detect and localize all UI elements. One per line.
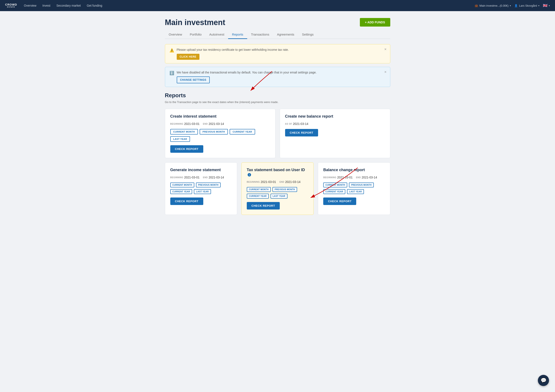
brand-estate: estate [7,6,15,8]
account-icon: 💼 [475,4,478,7]
tax-current-year-btn[interactable]: CURRENT YEAR [247,194,269,199]
warning-icon: ⚠️ [169,48,174,53]
balchange-check-report-btn[interactable]: CHECK REPORT [323,197,356,205]
nav-secondary-market[interactable]: Secondary market [56,4,81,7]
balchange-last-year-btn[interactable]: LAST YEAR [347,189,364,194]
tax-current-month-btn[interactable]: CURRENT MONTH [247,187,271,192]
email-alert-text: We have disabled all the transactional e… [177,71,317,74]
page-header: Main investment + ADD FUNDS [165,18,390,27]
interest-current-year-btn[interactable]: CURRENT YEAR [230,129,255,135]
tab-reports[interactable]: Reports [228,30,247,39]
main-content: Main investment + ADD FUNDS Overview Por… [160,11,395,222]
tab-settings[interactable]: Settings [298,30,317,39]
email-alert: ℹ️ We have disabled all the transactiona… [165,67,390,87]
balchange-beginning-value: 2021-03-01 [337,176,353,179]
tax-alert: ⚠️ Please upload your tax residency cert… [165,44,390,63]
income-end-label: END [203,176,208,179]
user-name: Lars Skovgård [519,4,537,7]
tab-transactions[interactable]: Transactions [247,30,273,39]
user-chevron: ▾ [538,5,539,7]
tax-previous-month-btn[interactable]: PREVIOUS MONTH [272,187,297,192]
balance-date-fields: AS OF 2021-03-14 [285,122,385,125]
page-title: Main investment [165,18,225,27]
balance-change-title: Balance change report [323,168,385,172]
tax-btn-container: CHECK REPORT [247,202,308,210]
change-settings-button[interactable]: CHANGE SETTINGS [177,76,210,83]
income-btn-container: CHECK REPORT [170,197,232,205]
tax-end-value: 2021-03-14 [285,180,300,184]
as-of-label: AS OF [285,123,292,125]
language-selector[interactable]: 🇬🇧 ▾ [543,3,550,8]
income-end-value: 2021-03-14 [209,176,224,179]
end-label: END [203,123,208,125]
tax-info-icon[interactable]: i [248,173,251,176]
tab-overview[interactable]: Overview [165,30,186,39]
balchange-current-month-btn[interactable]: CURRENT MONTH [323,182,347,188]
beginning-label: BEGINNING [170,123,183,125]
income-date-fields: BEGINNING 2021-03-01 END 2021-03-14 [170,176,232,179]
income-current-year-btn[interactable]: CURRENT YEAR [170,189,192,194]
interest-beginning-value: 2021-03-01 [184,122,200,125]
balance-check-report-btn[interactable]: CHECK REPORT [285,129,318,137]
interest-previous-month-btn[interactable]: PREVIOUS MONTH [200,129,228,135]
income-beg-label: BEGINNING [170,176,183,179]
balchange-beg-label: BEGINNING [323,176,336,179]
tab-portfolio[interactable]: Portfolio [186,30,205,39]
interest-check-report-btn[interactable]: CHECK REPORT [170,145,203,153]
balance-change-date-fields: BEGINNING 2021-03-01 END 2021-03-14 [323,176,385,179]
navbar-right: 💼 Main investme...(0.00€) ▾ 👤 Lars Skovg… [475,3,550,8]
balance-change-card: Balance change report BEGINNING 2021-03-… [318,162,390,215]
tax-end-label: END [279,181,285,183]
tax-statement-card: Tax statement based on User ID i BEGINNI… [241,162,314,215]
income-statement-card: Generate income statement BEGINNING 2021… [165,162,237,215]
reports-row-2: Generate income statement BEGINNING 2021… [165,162,390,215]
income-end-group: END 2021-03-14 [203,176,224,179]
balchange-btn-container: CHECK REPORT [323,197,385,205]
interest-statement-title: Create interest statement [170,114,270,119]
balchange-current-year-btn[interactable]: CURRENT YEAR [323,189,345,194]
info-icon: ℹ️ [169,71,174,75]
nav-invest[interactable]: Invest [42,4,50,7]
tax-period-btns: CURRENT MONTH PREVIOUS MONTH CURRENT YEA… [247,187,308,199]
balchange-end-label: END [356,176,361,179]
account-chevron: ▾ [510,5,511,7]
nav-overview[interactable]: Overview [24,4,37,7]
reports-row-1: Create interest statement BEGINNING 2021… [165,109,390,158]
income-check-report-btn[interactable]: CHECK REPORT [170,197,203,205]
interest-end-value: 2021-03-14 [209,122,224,125]
income-statement-title: Generate income statement [170,168,232,172]
flag-chevron: ▾ [549,5,550,7]
balchange-previous-month-btn[interactable]: PREVIOUS MONTH [349,182,373,188]
balchange-period-btns: CURRENT MONTH PREVIOUS MONTH CURRENT YEA… [323,182,385,194]
balchange-end-group: END 2021-03-14 [356,176,377,179]
interest-last-year-btn[interactable]: LAST YEAR [170,136,190,142]
interest-date-fields: BEGINNING 2021-03-01 END 2021-03-14 [170,122,270,125]
nav-get-funding[interactable]: Get funding [87,4,102,7]
brand-logo[interactable]: CROWD estate [5,3,17,8]
tax-alert-close[interactable]: × [384,47,387,51]
tab-agreements[interactable]: Agreements [273,30,298,39]
email-alert-close[interactable]: × [384,70,387,74]
user-menu[interactable]: 👤 Lars Skovgård ▾ [514,4,539,7]
balchange-end-value: 2021-03-14 [362,176,377,179]
balance-report-card: Create new balance report AS OF 2021-03-… [280,109,390,158]
interest-current-month-btn[interactable]: CURRENT MONTH [170,129,198,135]
add-funds-button[interactable]: + ADD FUNDS [360,18,390,27]
tax-alert-body: Please upload your tax residency certifi… [177,48,289,60]
income-previous-month-btn[interactable]: PREVIOUS MONTH [196,182,221,188]
tax-last-year-btn[interactable]: LAST YEAR [270,194,287,199]
income-current-month-btn[interactable]: CURRENT MONTH [170,182,194,188]
income-last-year-btn[interactable]: LAST YEAR [194,189,211,194]
tax-alert-text: Please upload your tax residency certifi… [177,48,289,51]
tax-check-report-btn[interactable]: CHECK REPORT [247,202,280,210]
tax-end-group: END 2021-03-14 [279,180,300,184]
tax-beg-label: BEGINNING [247,181,260,183]
interest-end-group: END 2021-03-14 [203,122,224,125]
account-selector[interactable]: 💼 Main investme...(0.00€) ▾ [475,4,511,7]
click-here-button[interactable]: CLICK HERE [177,54,199,60]
tax-beginning-value: 2021-03-01 [261,180,276,184]
interest-period-btns: CURRENT MONTH PREVIOUS MONTH CURRENT YEA… [170,129,270,142]
tax-beginning-group: BEGINNING 2021-03-01 [247,180,276,184]
tab-autoinvest[interactable]: Autoinvest [205,30,228,39]
interest-beginning-group: BEGINNING 2021-03-01 [170,122,200,125]
